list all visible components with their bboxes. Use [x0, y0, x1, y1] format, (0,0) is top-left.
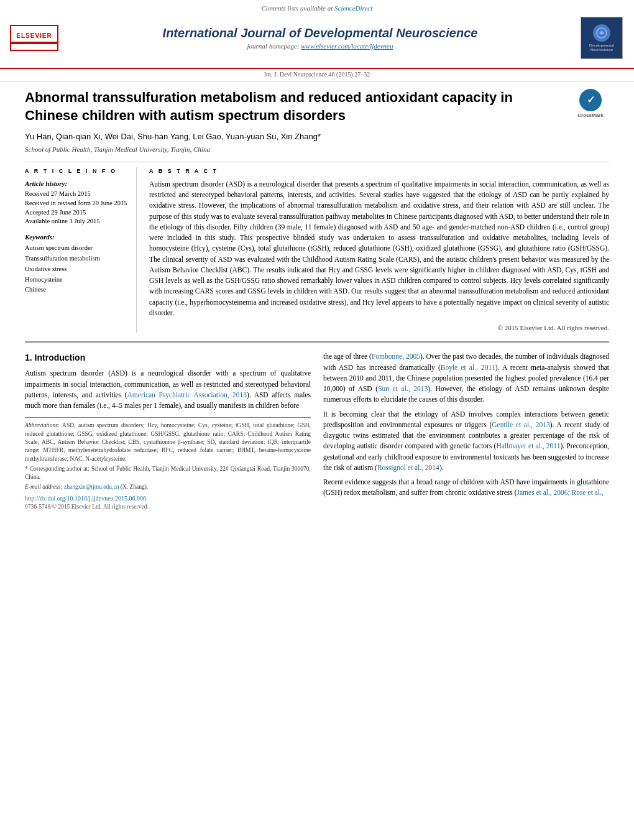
abstract-heading: A B S T R A C T	[149, 167, 609, 175]
keyword-4: Homocysteine	[25, 275, 127, 285]
journal-title-center: International Journal of Developmental N…	[66, 25, 574, 51]
article-info-heading: A R T I C L E I N F O	[25, 167, 127, 175]
abbrev-label: Abbreviations:	[25, 422, 60, 428]
keywords-list: Autism spectrum disorder Transsulfuratio…	[25, 243, 127, 295]
article-title-text: Abnormal transsulfuration metabolism and…	[25, 90, 513, 123]
logo-text: DevelopmentalNeuroscience	[589, 44, 614, 52]
keywords-label: Keywords:	[25, 233, 127, 242]
email-suffix: (X. Zhang).	[121, 484, 149, 490]
article-title: Abnormal transsulfuration metabolism and…	[25, 89, 609, 124]
email-line: E-mail address: zhangxin@tjmu.edu.cn (X.…	[25, 483, 311, 491]
journal-abbr: Int. J. Devl Neuroscience 46 (2015) 27–3…	[264, 71, 370, 78]
doi-line: Int. J. Devl Neuroscience 46 (2015) 27–3…	[0, 69, 634, 81]
page: Contents lists available at ScienceDirec…	[0, 0, 634, 840]
intro-para1: Autism spectrum disorder (ASD) is a neur…	[25, 368, 311, 411]
body-section: 1. Introduction Autism spectrum disorder…	[25, 351, 609, 511]
elsevier-logo: ELSEVIER	[10, 25, 60, 51]
copyright-line: © 2015 Elsevier Ltd. All rights reserved…	[149, 323, 609, 333]
revised-date: Received in revised form 20 June 2015	[25, 199, 127, 208]
doi-footer: http://dx.doi.org/10.1016/j.ijdevneu.201…	[25, 494, 311, 503]
ref-rossignol[interactable]: Rossignol et al., 2014	[377, 464, 439, 471]
body-col-right: the age of three (Fombonne, 2005). Over …	[323, 351, 609, 511]
ref-sun[interactable]: Sun et al., 2013	[378, 385, 428, 392]
keyword-5: Chinese	[25, 285, 127, 295]
footnote-area: Abbreviations: ASD, autism spectrum diso…	[25, 417, 311, 511]
article-info-abstract: A R T I C L E I N F O Article history: R…	[25, 162, 609, 333]
ref-fombonne[interactable]: Fombonne, 2005	[372, 353, 420, 360]
journal-header: Contents lists available at ScienceDirec…	[0, 0, 634, 69]
ref-hallmayer[interactable]: Hallmayer et al., 2011	[496, 442, 560, 450]
journal-logo-right: DevelopmentalNeuroscience	[581, 17, 624, 59]
elsevier-text: ELSEVIER	[16, 32, 52, 40]
abstract-col: A B S T R A C T Autism spectrum disorder…	[149, 167, 609, 333]
abstract-text: Autism spectrum disorder (ASD) is a neur…	[149, 179, 609, 318]
journal-logo-box: DevelopmentalNeuroscience	[581, 17, 623, 59]
keyword-3: Oxidative stress	[25, 264, 127, 275]
ref-gentile[interactable]: Gentile et al., 2013	[492, 421, 549, 428]
accepted-date: Accepted 29 June 2015	[25, 208, 127, 218]
section-num: 1.	[25, 353, 32, 362]
keywords-group: Keywords: Autism spectrum disorder Trans…	[25, 233, 127, 295]
email-link[interactable]: zhangxin@tjmu.edu.cn	[64, 484, 119, 490]
crossmark-badge: ✓ CrossMark	[572, 89, 609, 123]
crossmark-label: CrossMark	[577, 113, 603, 119]
article-content: Abnormal transsulfuration metabolism and…	[0, 81, 634, 524]
email-label: E-mail address:	[25, 484, 63, 490]
contents-note: Contents lists available at	[262, 4, 333, 12]
keyword-2: Transsulfuration metabolism	[25, 254, 127, 264]
section-title-text: Introduction	[35, 353, 86, 362]
logo-circle	[593, 24, 610, 42]
received-date: Received 27 March 2015	[25, 190, 127, 199]
right-para2: It is becoming clear that the etiology o…	[323, 409, 609, 474]
online-date: Available online 3 July 2015	[25, 217, 127, 226]
history-label: Article history:	[25, 179, 127, 188]
right-para1: the age of three (Fombonne, 2005). Over …	[323, 351, 609, 405]
ref-american-psychiatric[interactable]: American Psychiatric Association, 2013	[127, 391, 247, 399]
corresponding-line: * Corresponding author at: School of Pub…	[25, 465, 311, 482]
elsevier-stripe	[11, 42, 57, 44]
body-col-left: 1. Introduction Autism spectrum disorder…	[25, 351, 311, 511]
affiliation: School of Public Health, Tianjin Medical…	[25, 145, 609, 154]
ref-james-rose[interactable]: James et al., 2006; Rose et al.,	[517, 489, 604, 496]
sciencedirect-link[interactable]: ScienceDirect	[334, 4, 372, 12]
doi-link[interactable]: http://dx.doi.org/10.1016/j.ijdevneu.201…	[25, 495, 146, 502]
authors-text: Yu Han, Qian-qian Xi, Wei Dai, Shu-han Y…	[25, 132, 321, 141]
corresponding-label: * Corresponding author at:	[25, 466, 90, 472]
right-para3: Recent evidence suggests that a broad ra…	[323, 477, 609, 499]
homepage-prefix: journal homepage:	[247, 42, 299, 50]
issn-line: 0736-5748/© 2015 Elsevier Ltd. All right…	[25, 503, 311, 511]
elsevier-logo-box: ELSEVIER	[10, 25, 58, 51]
crossmark-icon: ✓	[579, 89, 602, 111]
journal-homepage: journal homepage: www.elsevier.com/locat…	[66, 42, 574, 51]
header-content: ELSEVIER International Journal of Develo…	[0, 14, 634, 64]
section-divider	[25, 341, 609, 343]
homepage-link[interactable]: www.elsevier.com/locate/ijdevneu	[301, 42, 393, 50]
journal-full-name: International Journal of Developmental N…	[66, 25, 574, 40]
top-bar: Contents lists available at ScienceDirec…	[0, 0, 634, 14]
history-group: Article history: Received 27 March 2015 …	[25, 179, 127, 226]
ref-boyle[interactable]: Boyle et al., 2011	[441, 364, 495, 371]
authors: Yu Han, Qian-qian Xi, Wei Dai, Shu-han Y…	[25, 131, 609, 142]
affiliation-text: School of Public Health, Tianjin Medical…	[25, 145, 210, 153]
abbreviations-line: Abbreviations: ASD, autism spectrum diso…	[25, 422, 311, 463]
intro-section-title: 1. Introduction	[25, 351, 311, 364]
keyword-1: Autism spectrum disorder	[25, 243, 127, 254]
article-info-col: A R T I C L E I N F O Article history: R…	[25, 167, 137, 333]
abbrev-text: ASD, autism spectrum disorders; Hcy, hom…	[25, 422, 311, 461]
